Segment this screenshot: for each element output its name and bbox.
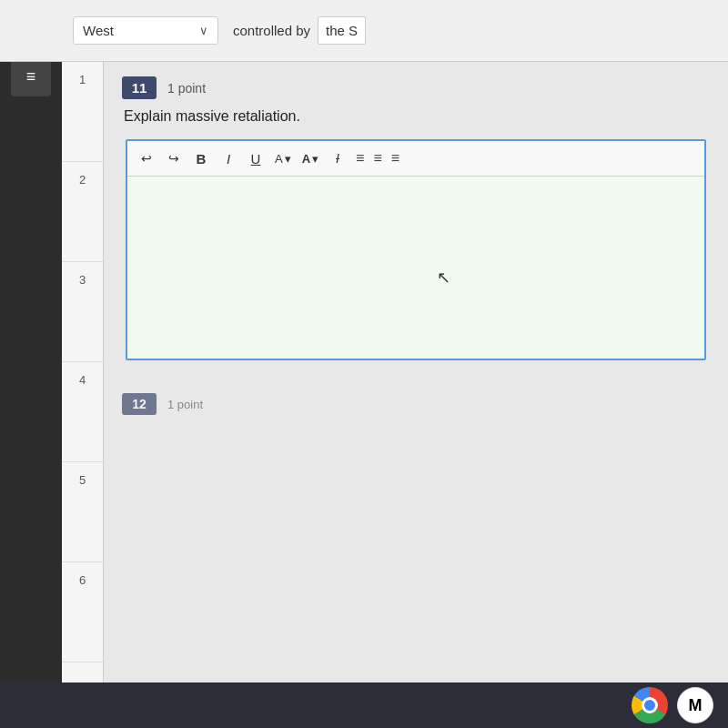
west-dropdown[interactable]: West ∨ — [73, 16, 218, 45]
dropdown-arrow-icon: ∨ — [199, 24, 208, 37]
main-content: 11 1 point Explain massive retaliation. … — [104, 62, 728, 728]
controlled-by-label: controlled by — [233, 23, 310, 38]
question-11-block: 11 1 point Explain massive retaliation. … — [104, 62, 728, 379]
italic-button[interactable]: I — [217, 147, 240, 170]
chrome-icon-inner — [642, 697, 658, 713]
font-color-arrow: ▾ — [285, 152, 291, 166]
question-12-number: 12 — [122, 393, 157, 415]
question-12-block: 12 1 point — [104, 379, 728, 415]
clear-format-button[interactable]: Ι — [326, 147, 349, 170]
question-11-number: 11 — [122, 76, 157, 99]
font-color-label: A — [275, 152, 283, 166]
question-11-text: Explain massive retaliation. — [122, 108, 710, 125]
row-num-2: 2 — [62, 162, 103, 262]
redo-button[interactable]: ↪ — [162, 147, 186, 170]
top-bar: West ∨ controlled by the S — [0, 0, 728, 62]
text-editor[interactable]: ↩ ↪ B I U A ▾ A ▾ — [126, 139, 706, 360]
editor-toolbar: ↩ ↪ B I U A ▾ A ▾ — [127, 141, 704, 177]
gmail-taskbar-icon[interactable]: M — [677, 687, 713, 723]
question-11-points: 1 point — [167, 81, 206, 96]
question-12-header: 12 1 point — [122, 393, 710, 415]
row-num-4: 4 — [62, 362, 103, 462]
chrome-taskbar-icon[interactable] — [632, 687, 668, 723]
font-color-dropdown[interactable]: A ▾ — [271, 149, 295, 168]
undo-button[interactable]: ↩ — [135, 147, 158, 170]
highlight-color-dropdown[interactable]: A ▾ — [298, 149, 322, 168]
sidebar-icon-menu[interactable]: ≡ — [11, 56, 51, 96]
clear-format-icon: Ι — [336, 151, 339, 166]
highlight-color-arrow: ▾ — [312, 152, 318, 166]
highlight-color-label: A — [302, 152, 310, 166]
editor-body[interactable]: ↖ — [127, 177, 704, 359]
row-num-5: 5 — [62, 462, 103, 562]
row-num-6: 6 — [62, 562, 103, 662]
row-num-1: 1 — [62, 62, 103, 162]
taskbar: M — [0, 682, 728, 728]
bold-button[interactable]: B — [189, 147, 213, 170]
menu-icon: ≡ — [26, 67, 36, 86]
question-12-points: 1 point — [167, 398, 203, 411]
row-num-3: 3 — [62, 262, 103, 362]
left-sidebar: □ ≡ — [0, 0, 62, 728]
align-left-icon[interactable]: ≡ — [353, 148, 367, 168]
align-right-icon[interactable]: ≡ — [389, 148, 402, 168]
cursor-icon: ↖ — [437, 268, 450, 288]
gmail-letter: M — [689, 696, 703, 715]
question-11-header: 11 1 point — [122, 76, 710, 99]
dropdown-value: West — [83, 23, 114, 38]
align-center-icon[interactable]: ≡ — [370, 148, 384, 168]
the-value: the S — [318, 16, 366, 45]
row-numbers-column: 1 2 3 4 5 6 — [62, 62, 104, 728]
underline-button[interactable]: U — [244, 147, 268, 170]
